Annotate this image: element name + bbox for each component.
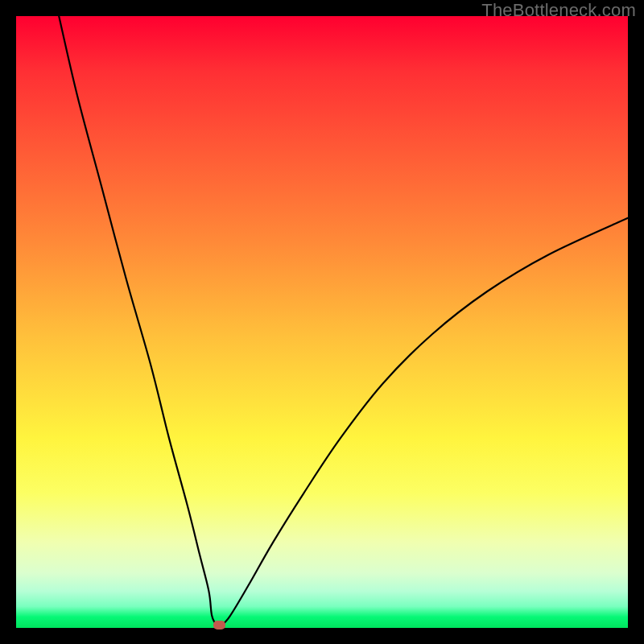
watermark-text: TheBottleneck.com bbox=[481, 0, 636, 21]
chart-frame: TheBottleneck.com bbox=[0, 0, 644, 644]
plot-area bbox=[16, 16, 628, 628]
optimum-marker bbox=[213, 621, 225, 630]
curve-path bbox=[59, 16, 628, 626]
bottleneck-curve bbox=[16, 16, 628, 628]
